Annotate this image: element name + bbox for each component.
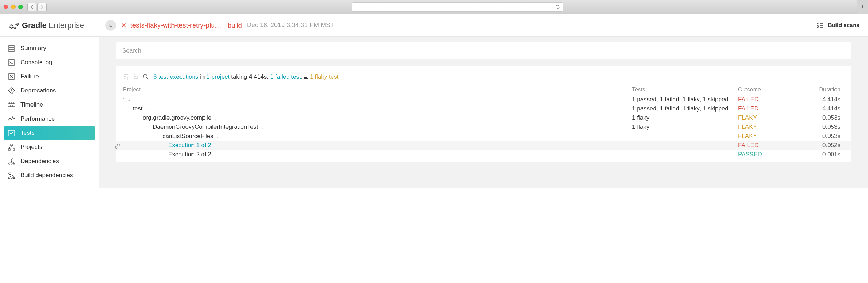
row-outcome: FAILED [738,96,795,103]
table-row[interactable]: test⌄1 passed, 1 failed, 1 flaky, 1 skip… [116,104,851,113]
svg-point-26 [8,163,10,164]
logo[interactable]: Gradle Enterprise [8,21,84,30]
svg-rect-24 [13,149,15,150]
svg-rect-7 [8,48,15,49]
col-duration: Duration [795,86,840,93]
build-scans-link[interactable]: Build scans [828,22,860,29]
window-close-icon[interactable] [4,5,8,9]
failure-icon [8,73,16,80]
new-tab-button[interactable]: + [857,0,868,14]
svg-rect-22 [11,144,13,146]
row-name[interactable]: Execution 1 of 2 [123,142,211,149]
sort-asc-icon[interactable] [123,74,129,80]
sidebar-item-failure[interactable]: Failure [4,70,95,83]
back-button[interactable] [27,3,36,11]
chevron-down-icon[interactable]: ⌄ [260,125,264,130]
flaky-icon [304,76,308,79]
search-placeholder: Search [122,47,141,54]
layout: Summary Console log Failure Deprecations… [0,37,868,188]
window-minimize-icon[interactable] [11,5,16,9]
sidebar-item-label: Projects [20,144,42,151]
brand-thin: Enterprise [49,21,84,30]
sidebar-item-projects[interactable]: Projects [4,140,95,154]
row-duration: 0.053s [795,114,840,121]
chevron-down-icon[interactable]: ⌄ [213,115,217,121]
fail-x-icon: ✕ [121,21,127,30]
row-duration: 0.001s [795,151,840,158]
svg-point-32 [13,177,15,179]
summary-text: 6 test executions in 1 project taking 4.… [153,73,338,80]
total-duration: 4.414s [249,73,267,80]
search-input[interactable]: Search [116,42,851,59]
col-tests: Tests [632,86,738,93]
table-row[interactable]: :⌄1 passed, 1 failed, 1 flaky, 1 skipped… [116,95,851,104]
row-name[interactable]: :⌄ [123,96,131,103]
window-zoom-icon[interactable] [18,5,23,9]
table-row[interactable]: Execution 1 of 2FAILED0.052s [116,141,851,150]
project-count[interactable]: 1 project [206,73,229,80]
table-row[interactable]: org.gradle.groovy.compile⌄1 flakyFLAKY0.… [116,113,851,122]
chevron-down-icon[interactable]: ⌄ [144,106,148,112]
sidebar-item-label: Deprecations [20,87,56,94]
sidebar-item-label: Build dependencies [20,172,73,179]
svg-rect-8 [8,50,15,51]
sidebar-item-label: Dependencies [20,158,59,165]
build-dependencies-icon [8,171,16,179]
svg-point-30 [8,177,10,179]
scan-title[interactable]: tests-flaky-with-test-retry-plu… [130,22,222,29]
row-outcome: FLAKY [738,133,795,140]
row-name[interactable]: DaemonGroovyCompilerIntegrationTest⌄ [123,124,264,130]
sidebar-item-label: Timeline [20,101,43,108]
row-duration: 4.414s [795,105,840,112]
svg-point-31 [11,177,12,179]
sidebar-item-label: Performance [20,115,55,122]
grid-header: Project Tests Outcome Duration [116,85,851,95]
chevron-down-icon[interactable]: ⌄ [127,97,131,102]
row-outcome: PASSED [738,151,795,158]
svg-rect-23 [8,149,10,150]
row-duration: 4.414s [795,96,840,103]
row-name[interactable]: Execution 2 of 2 [123,151,211,158]
sidebar-item-build-dependencies[interactable]: Build dependencies [4,169,95,182]
row-tests: 1 passed, 1 failed, 1 flaky, 1 skipped [632,96,738,103]
svg-point-29 [9,173,11,175]
row-name[interactable]: org.gradle.groovy.compile⌄ [123,114,217,121]
url-bar[interactable] [352,2,563,12]
nav-buttons [27,3,47,11]
main: Search 6 test executions in 1 project ta… [99,37,868,188]
svg-rect-9 [8,60,15,65]
sidebar-item-performance[interactable]: Performance [4,112,95,126]
sidebar-item-dependencies[interactable]: Dependencies [4,155,95,168]
search-icon[interactable] [143,74,149,80]
sidebar-item-console-log[interactable]: Console log [4,56,95,69]
table-row[interactable]: DaemonGroovyCompilerIntegrationTest⌄1 fl… [116,122,851,132]
row-name[interactable]: canListSourceFiles⌄ [123,133,219,139]
row-duration: 0.053s [795,133,840,140]
row-tests: 1 flaky [632,124,738,131]
build-label[interactable]: build [228,22,242,29]
row-name[interactable]: test⌄ [123,105,148,112]
sidebar-item-tests[interactable]: Tests [4,126,95,140]
svg-point-28 [13,163,15,164]
svg-point-2 [818,25,819,26]
sort-desc-icon[interactable] [133,74,138,80]
forward-button[interactable] [37,3,47,11]
svg-point-13 [11,92,12,92]
table-row[interactable]: Execution 2 of 2PASSED0.001s [116,150,851,159]
sidebar-item-deprecations[interactable]: Deprecations [4,84,95,97]
avatar[interactable]: E [105,20,116,31]
tests-grid: Project Tests Outcome Duration :⌄1 passe… [116,85,851,159]
sidebar-item-timeline[interactable]: Timeline [4,98,95,112]
table-row[interactable]: canListSourceFiles⌄FLAKY0.053s [116,132,851,141]
chevron-down-icon[interactable]: ⌄ [215,134,219,139]
failed-count[interactable]: 1 failed test [270,73,301,80]
brand-bold: Gradle [22,21,47,30]
exec-count[interactable]: 6 test executions [153,73,199,80]
link-icon[interactable] [114,143,120,149]
console-icon [8,59,16,66]
sidebar-item-summary[interactable]: Summary [4,42,95,55]
refresh-icon[interactable] [555,4,560,10]
flaky-count[interactable]: 1 flaky test [310,73,338,80]
sidebar-item-label: Tests [20,130,35,137]
col-outcome: Outcome [738,86,795,93]
